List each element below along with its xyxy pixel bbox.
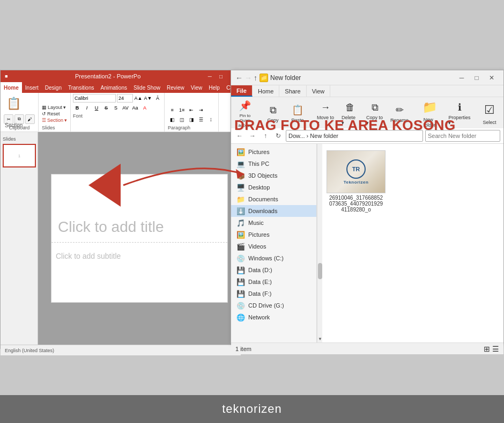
explorer-up-btn[interactable]: ↑ [254,74,257,82]
pictures-quick-icon: 🖼️ [236,148,245,156]
select-btn[interactable]: ☑ Select [477,99,502,126]
nav-item-pictures[interactable]: 🖼️ Pictures [231,229,316,240]
align-right-btn[interactable]: ◨ [187,115,196,124]
nav-item-pictures-quick[interactable]: 🖼️ Pictures [231,146,316,158]
nav-item-desktop-label: Desktop [248,184,270,191]
nav-scrollbar-thumb[interactable] [318,263,322,279]
font-family-input[interactable] [73,94,116,103]
section-btn[interactable]: ☰Section▾ [42,118,67,123]
nav-item-cd-drive-g-label: CD Drive (G:) [248,302,284,309]
cd-drive-g-icon: 💿 [236,301,245,310]
nav-item-music[interactable]: 🎵 Music [231,217,316,229]
ppt-slide[interactable]: Click to add title Click to add subtitle [51,174,228,303]
paste-btn[interactable]: 📋 [4,94,23,113]
ppt-tab-transitions[interactable]: Transitions [65,82,98,93]
nav-item-cd-drive-g[interactable]: 💿 CD Drive (G:) [231,300,316,311]
font-case-btn[interactable]: Aa [131,104,139,112]
nav-item-downloads[interactable]: ⬇️ Downloads [231,205,316,217]
align-center-btn[interactable]: ◫ [177,115,186,124]
clear-format-btn[interactable]: Ā [153,94,162,103]
tkn-tr-text: TR [352,166,360,172]
nav-item-music-label: Music [248,220,264,226]
font-color-btn[interactable]: A [140,104,149,112]
ppt-tab-slideshow[interactable]: Slide Show [130,82,164,93]
nav-item-this-pc[interactable]: 💻 This PC [231,158,316,170]
ppt-ribbon-tabs: Home Insert Design Transitions Animation… [1,82,241,93]
this-pc-icon: 💻 [236,159,245,168]
new-folder-icon: 📁 [420,98,439,117]
explorer-body: 🖼️ Pictures 💻 This PC 📦 3D Objects 🖥️ De… [231,144,503,342]
strikethrough-btn[interactable]: S [102,104,110,112]
bullets-btn[interactable]: ≡ [168,106,176,114]
shadow-btn[interactable]: S [112,104,120,112]
format-painter-btn[interactable]: 🖌 [25,114,35,124]
slide-thumbnail-1[interactable]: 1 [3,144,36,167]
explorer-tab-home[interactable]: Home [253,85,279,97]
bold-btn[interactable]: B [73,104,81,112]
ppt-tab-animations[interactable]: Animations [98,82,130,93]
properties-icon: ℹ [452,100,467,115]
reset-btn[interactable]: ↺Reset [42,111,67,116]
indent-more-btn[interactable]: ⇥ [197,106,205,114]
nav-item-data-e[interactable]: 💾 Data (E:) [231,276,316,288]
ppt-minimize-btn[interactable]: ─ [206,74,214,79]
delete-icon: 🗑 [343,100,358,115]
nav-item-windows-c[interactable]: 💿 Windows (C:) [231,252,316,264]
nav-item-data-d[interactable]: 💾 Data (D:) [231,264,316,276]
nav-item-data-f[interactable]: 💾 Data (F:) [231,288,316,300]
details-view-btn[interactable]: ☰ [492,345,499,353]
large-icons-view-btn[interactable]: ⊞ [484,345,490,353]
indent-less-btn[interactable]: ⇤ [187,106,196,114]
font-size-input[interactable] [117,94,133,103]
ppt-tab-help[interactable]: Help [205,82,223,93]
3d-objects-icon: 📦 [236,171,245,180]
ppt-tab-view[interactable]: View [188,82,206,93]
nav-item-downloads-label: Downloads [248,208,277,214]
paste-icon: 📋 [290,103,305,118]
slide-title-area[interactable]: Click to add title [51,212,227,243]
justify-btn[interactable]: ☰ [197,115,205,124]
decrease-font-btn[interactable]: A▼ [144,94,152,103]
nav-item-network[interactable]: 🌐 Network [231,311,316,323]
ppt-tab-insert[interactable]: Insert [22,82,42,93]
paragraph-label: Paragraph [168,125,215,130]
select-icon: ☑ [480,100,499,120]
copy-icon: ⧉ [265,103,280,118]
ppt-maximize-btn[interactable]: □ [217,74,225,79]
explorer-tab-share[interactable]: Share [279,85,306,97]
nav-item-3d-objects[interactable]: 📦 3D Objects [231,170,316,181]
explorer-forward-btn[interactable]: → [244,74,252,82]
rename-icon: ✏ [392,103,407,118]
explorer-minimize-btn[interactable]: ─ [454,72,469,83]
data-d-icon: 💾 [236,266,245,274]
explorer-tab-view[interactable]: View [307,85,331,97]
nav-item-desktop[interactable]: 🖥️ Desktop [231,181,316,193]
slide-subtitle-area[interactable]: Click to add subtitle [51,247,227,265]
explorer-tab-file[interactable]: File [231,85,253,97]
underline-btn[interactable]: U [92,104,101,112]
explorer-title: New folder [270,74,452,82]
ppt-tab-design[interactable]: Design [42,82,65,93]
nav-item-videos[interactable]: 🎬 Videos [231,240,316,252]
increase-font-btn[interactable]: A▲ [134,94,143,103]
explorer-maximize-btn[interactable]: □ [469,72,484,83]
ppt-tab-home[interactable]: Home [1,82,22,93]
select-label: Select [483,120,496,125]
align-btns: ◧ ◫ ◨ ☰ ⫶ [168,115,215,124]
layout-btn[interactable]: ▦Layout▾ [42,105,67,110]
char-spacing-btn[interactable]: AV [121,104,130,112]
ppt-slides-group: ▦Layout▾ ↺Reset ☰Section▾ Slides [39,93,71,132]
numbering-btn[interactable]: 1≡ [177,106,186,114]
nav-scrollbar[interactable]: ▼ [317,144,322,342]
nav-item-network-label: Network [248,314,270,320]
explorer-close-btn[interactable]: ✕ [484,72,499,83]
copy-to-icon: ⧉ [367,100,382,115]
file-item-teknorizen[interactable]: TR Teknorizen 26910046_317668852073635_4… [327,148,386,215]
columns-btn[interactable]: ⫶ [206,115,215,124]
nav-item-this-pc-label: This PC [248,161,269,167]
nav-item-documents[interactable]: 📁 Documents [231,193,316,205]
ppt-tab-review[interactable]: Review [164,82,188,93]
align-left-btn[interactable]: ◧ [168,115,176,124]
italic-btn[interactable]: I [83,104,91,112]
explorer-back-btn[interactable]: ← [235,74,243,82]
